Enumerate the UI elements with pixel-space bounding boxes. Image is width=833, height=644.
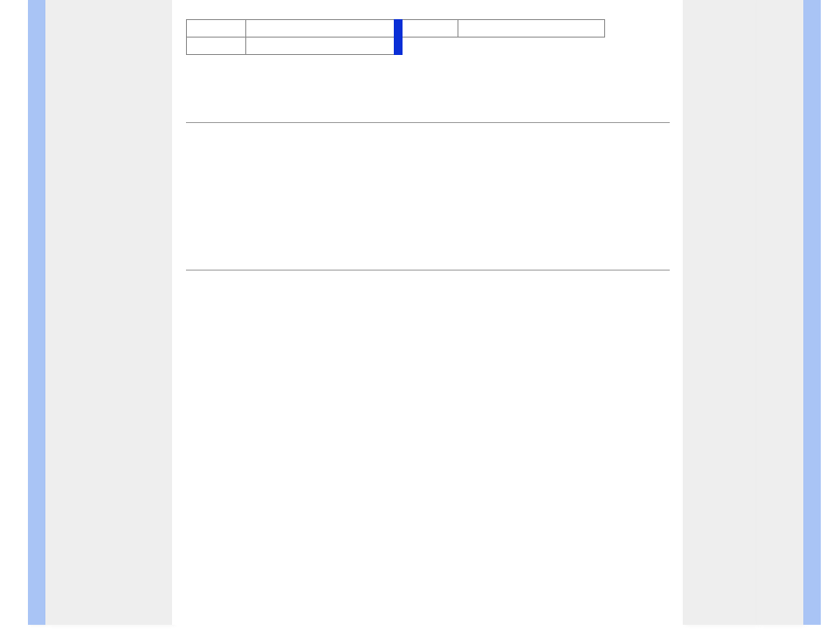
- table-cell: [246, 20, 396, 38]
- sidebar-left: [45, 0, 172, 625]
- table-cell: [187, 20, 246, 38]
- table-cell: [396, 20, 458, 38]
- table-cell: [187, 38, 246, 55]
- accent-bar-left: [28, 0, 45, 625]
- sidebar-right-2: [757, 0, 803, 625]
- table-cell-empty: [396, 38, 458, 55]
- table-cell: [458, 20, 604, 38]
- horizontal-divider: [186, 270, 670, 271]
- page-root: [0, 0, 833, 644]
- table-cell: [246, 38, 396, 55]
- accent-bar-right: [803, 0, 821, 625]
- sidebar-right-1: [683, 0, 757, 625]
- horizontal-divider: [186, 122, 670, 123]
- blue-divider-chip: [394, 19, 403, 55]
- table-cell-empty: [458, 38, 604, 55]
- main-content: [172, 0, 683, 625]
